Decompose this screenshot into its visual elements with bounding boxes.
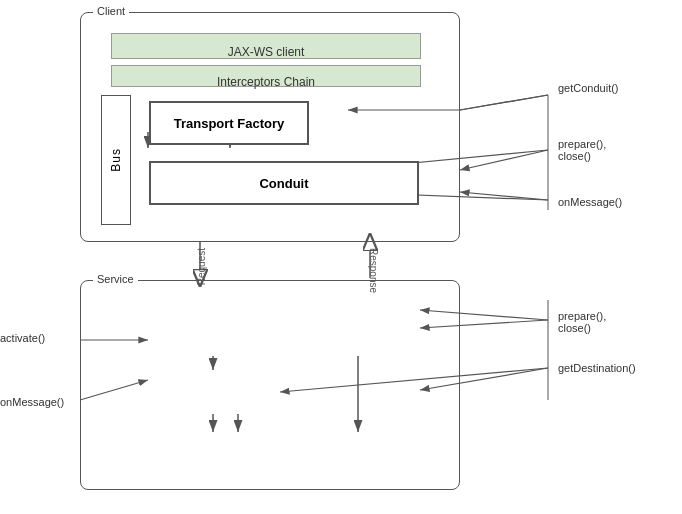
interceptors-client-bar: Interceptors Chain <box>111 65 421 87</box>
conduit-box: Conduit <box>149 161 419 205</box>
svg-line-7 <box>460 95 548 110</box>
transport-factory-client: Transport Factory <box>149 101 309 145</box>
bus-client: Bus <box>101 95 131 225</box>
client-box: Client JAX-WS client Interceptors Chain … <box>80 12 460 242</box>
svg-line-4 <box>460 150 548 170</box>
onmessage-top-label: onMessage() <box>558 196 622 208</box>
response-label: Response <box>368 248 379 293</box>
diagram: Client JAX-WS client Interceptors Chain … <box>0 0 682 514</box>
service-box: Service Bus Destination Back-channel con… <box>80 280 460 490</box>
bus-client-label: Bus <box>109 148 123 172</box>
svg-line-3 <box>460 95 548 110</box>
onmessage-bottom-label: onMessage() <box>0 396 64 408</box>
prepare-close-top-label: prepare(), close() <box>558 138 606 162</box>
service-label: Service <box>93 273 138 285</box>
jaxws-client-bar: JAX-WS client <box>111 33 421 59</box>
activate-label: activate() <box>0 332 45 344</box>
getdestination-label: getDestination() <box>558 362 636 374</box>
prepare-close-bottom-label: prepare(), close() <box>558 310 606 334</box>
getconduit-label: getConduit() <box>558 82 619 94</box>
client-label: Client <box>93 5 129 17</box>
svg-line-5 <box>460 192 548 200</box>
request-label: Request <box>196 248 207 285</box>
